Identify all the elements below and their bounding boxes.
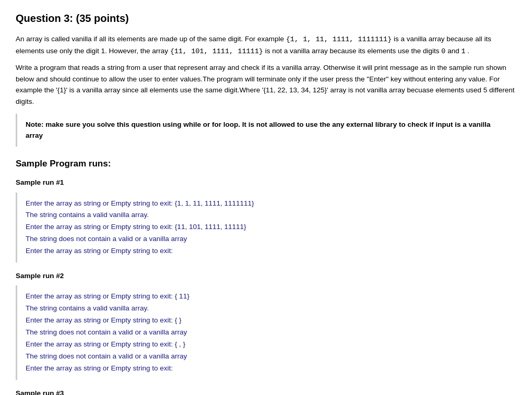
run1-line-5: Enter the array as string or Empty strin… <box>26 245 508 257</box>
run2-line-1: Enter the array as string or Empty strin… <box>26 291 508 303</box>
run1-line-3: Enter the array as string or Empty strin… <box>26 221 508 233</box>
run2-line-2: The string contains a valid vanilla arra… <box>26 303 508 315</box>
run2-code-block: Enter the array as string or Empty strin… <box>16 285 516 380</box>
run1-code-block: Enter the array as string or Empty strin… <box>16 193 516 263</box>
run2-line-6: The string does not contain a valid or a… <box>26 351 508 363</box>
note-text: Note: make sure you solve this question … <box>26 119 508 141</box>
code-digit-1: 1 <box>461 47 465 55</box>
code-example-1: {1, 1, 11, 1111, 1111111} <box>286 35 392 43</box>
run2-line-3: Enter the array as string or Empty strin… <box>26 315 508 327</box>
run1-line-2: The string contains a valid vanilla arra… <box>26 209 508 221</box>
sample-runs-title: Sample Program runs: <box>16 157 516 171</box>
run1-line-4: The string does not contain a valid or a… <box>26 233 508 245</box>
code-digit-0: 0 <box>441 47 445 55</box>
description-paragraph-1: An array is called vanilla if all its el… <box>16 33 516 57</box>
code-example-2: {11, 101, 1111, 11111} <box>170 47 263 55</box>
run1-line-1: Enter the array as string or Empty strin… <box>26 198 508 210</box>
run2-line-4: The string does not contain a valid or a… <box>26 327 508 339</box>
run2-line-7: Enter the array as string or Empty strin… <box>26 363 508 375</box>
question-title: Question 3: (35 points) <box>16 10 516 26</box>
run2-label: Sample run #2 <box>16 271 516 281</box>
description-paragraph-2: Write a program that reads a string from… <box>16 62 516 107</box>
run2-line-5: Enter the array as string or Empty strin… <box>26 339 508 351</box>
note-block: Note: make sure you solve this question … <box>16 114 516 147</box>
run3-label: Sample run #3 <box>16 388 516 395</box>
run1-label: Sample run #1 <box>16 177 516 188</box>
